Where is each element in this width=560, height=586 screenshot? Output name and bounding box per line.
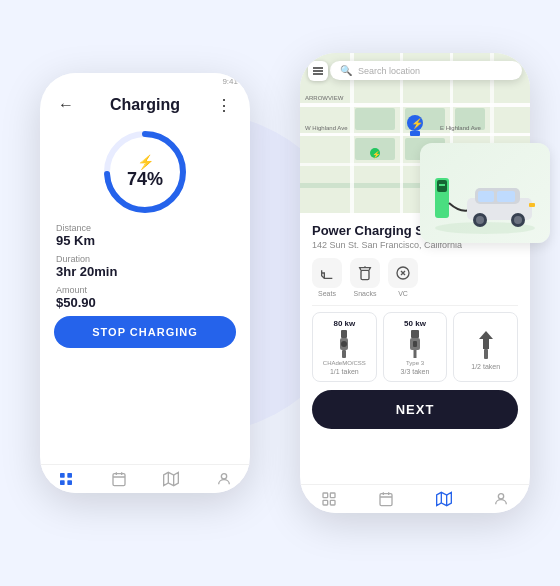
svg-rect-61 <box>413 341 417 347</box>
amount-stat: Amount $50.90 <box>56 285 234 310</box>
charger-card-chademo: 80 kw CHAdeMO/CSS 1/1 taken <box>312 312 377 382</box>
svg-point-75 <box>499 494 504 499</box>
svg-rect-21 <box>497 191 515 202</box>
stop-charging-button[interactable]: STOP CHARGING <box>54 316 236 348</box>
charging-info: ⚡ 74% <box>127 155 163 190</box>
charging-circle-area: ⚡ 74% <box>40 127 250 217</box>
duration-label: Duration <box>56 254 234 264</box>
svg-text:W Highland Ave: W Highland Ave <box>305 125 348 131</box>
map-menu-button[interactable] <box>308 61 328 81</box>
distance-stat: Distance 95 Km <box>56 223 234 248</box>
right-phone-bottom-nav <box>300 484 530 513</box>
svg-point-23 <box>476 216 484 224</box>
vc-icon <box>388 258 418 288</box>
svg-point-13 <box>221 474 226 479</box>
amenity-vc: VC <box>388 258 418 297</box>
svg-rect-59 <box>411 330 419 338</box>
page-title: Charging <box>110 96 180 114</box>
svg-text:ARROWVIEW: ARROWVIEW <box>305 95 344 101</box>
status-bar-left: 9:41 <box>40 73 250 89</box>
amenity-seats: Seats <box>312 258 342 297</box>
vc-label: VC <box>398 290 408 297</box>
right-phone: ARROWVIEW W Highland Ave E Highland Ave … <box>300 53 530 513</box>
charger-plug-3 <box>475 331 497 359</box>
svg-point-57 <box>341 341 347 347</box>
nav-calendar-right[interactable] <box>378 491 394 507</box>
search-placeholder: Search location <box>358 66 420 76</box>
distance-value: 95 Km <box>56 233 234 248</box>
ev-illustration <box>425 148 545 238</box>
nav-map-right[interactable] <box>436 491 452 507</box>
svg-rect-64 <box>323 493 328 498</box>
nav-calendar[interactable] <box>111 471 127 487</box>
svg-point-25 <box>514 216 522 224</box>
next-button[interactable]: NEXT <box>312 390 518 429</box>
svg-rect-55 <box>341 330 347 338</box>
svg-rect-17 <box>439 184 445 186</box>
svg-rect-52 <box>361 270 369 279</box>
map-search-bar[interactable]: 🔍 Search location <box>330 61 522 80</box>
more-options-button[interactable]: ⋮ <box>212 93 236 117</box>
car-illustration-card <box>420 143 550 243</box>
svg-text:⚡: ⚡ <box>372 150 381 159</box>
charger-card-type3: 50 kw Type 3 3/3 taken <box>383 312 448 382</box>
left-phone-bottom-nav <box>40 464 250 493</box>
charger-plug-1 <box>333 330 355 358</box>
svg-rect-3 <box>68 473 73 478</box>
divider <box>312 305 518 306</box>
bolt-icon: ⚡ <box>137 155 154 169</box>
charger-avail-2: 3/3 taken <box>401 368 430 375</box>
duration-value: 3hr 20min <box>56 264 234 279</box>
charging-stats: Distance 95 Km Duration 3hr 20min Amount… <box>40 223 250 310</box>
svg-rect-2 <box>60 473 65 478</box>
svg-rect-63 <box>484 349 488 359</box>
amenities-row: Seats Snacks VC <box>312 258 518 297</box>
svg-marker-10 <box>164 472 179 485</box>
back-button[interactable]: ← <box>54 93 78 117</box>
svg-rect-68 <box>380 494 392 506</box>
svg-rect-5 <box>68 480 73 485</box>
nav-map[interactable] <box>163 471 179 487</box>
charger-cards: 80 kw CHAdeMO/CSS 1/1 taken 50 kw <box>312 312 518 382</box>
left-phone-header: ← Charging ⋮ <box>40 89 250 121</box>
nav-profile-right[interactable] <box>493 491 509 507</box>
svg-rect-28 <box>300 103 530 107</box>
svg-rect-36 <box>355 108 395 130</box>
charger-avail-3: 1/2 taken <box>471 363 500 370</box>
snacks-label: Snacks <box>354 290 377 297</box>
svg-rect-26 <box>529 203 535 207</box>
svg-rect-46 <box>410 131 420 136</box>
charger-name-2: Type 3 <box>406 360 424 366</box>
seats-icon <box>312 258 342 288</box>
snacks-icon <box>350 258 380 288</box>
charger-card-3: 1/2 taken <box>453 312 518 382</box>
scene: 9:41 ← Charging ⋮ ⚡ 74% Distance 95 Km <box>20 13 540 573</box>
charger-kw-2: 50 kw <box>404 319 426 328</box>
search-icon: 🔍 <box>340 65 352 76</box>
duration-stat: Duration 3hr 20min <box>56 254 234 279</box>
nav-home-right[interactable] <box>321 491 337 507</box>
svg-text:⚡: ⚡ <box>411 117 424 130</box>
svg-rect-67 <box>330 500 335 505</box>
svg-text:E Highland Ave: E Highland Ave <box>440 125 482 131</box>
charger-avail-1: 1/1 taken <box>330 368 359 375</box>
charge-percent: 74% <box>127 169 163 190</box>
distance-label: Distance <box>56 223 234 233</box>
nav-home[interactable] <box>58 471 74 487</box>
charger-plug-2 <box>404 330 426 358</box>
amount-value: $50.90 <box>56 295 234 310</box>
amenity-snacks: Snacks <box>350 258 380 297</box>
amount-label: Amount <box>56 285 234 295</box>
svg-marker-72 <box>436 492 451 505</box>
nav-profile[interactable] <box>216 471 232 487</box>
svg-rect-4 <box>60 480 65 485</box>
seats-label: Seats <box>318 290 336 297</box>
svg-rect-65 <box>330 493 335 498</box>
svg-rect-6 <box>113 474 125 486</box>
charger-name-1: CHAdeMO/CSS <box>323 360 366 366</box>
charger-kw-1: 80 kw <box>333 319 355 328</box>
left-phone: 9:41 ← Charging ⋮ ⚡ 74% Distance 95 Km <box>40 73 250 493</box>
svg-rect-20 <box>478 191 494 202</box>
svg-rect-66 <box>323 500 328 505</box>
svg-rect-58 <box>342 350 346 358</box>
